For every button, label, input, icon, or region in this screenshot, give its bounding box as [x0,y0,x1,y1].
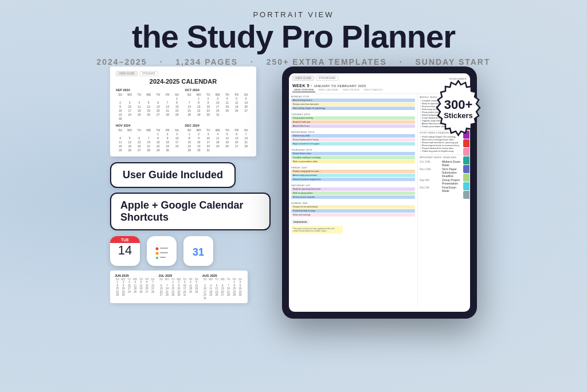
reminders-icon [147,236,177,266]
stickers-number: 300+ [444,98,473,112]
brainstorm-sticky: This week is busy but stay organized wit… [291,226,343,234]
stickers-badge-container: 300+ Stickers [428,78,488,140]
svg-rect-6 [160,257,166,258]
tagline-templates: 250+ EXTRA TEMPLATES [267,57,387,66]
right-tab-teal[interactable] [463,156,469,164]
apple-calendar-icon: TUE 14 [110,236,140,266]
sidebar-task: Outline key points for English essay [420,150,461,152]
day-thursday: THURSDAY 30TH Revise lecture notes Compl… [291,148,415,163]
user-guide-badge: User Guide Included [110,162,236,188]
task-row: Study for upcoming history test [291,187,415,191]
sidebar-task: Read assigned article on economic theory [420,144,461,147]
right-tab-cyan[interactable] [463,182,469,190]
task-row: Group project meeting [291,116,415,120]
svg-rect-5 [160,252,168,253]
mini-calendars-grid: SEP 2024 SUMOTUWETHFRSA 1 2345678 910111… [116,88,251,152]
nav-week-overview[interactable]: WEEK OVERVIEW [292,88,315,92]
page-container: PORTRAIT VIEW the Study Pro Planner 2024… [0,0,587,392]
google-calendar-icon: 31 [183,236,213,266]
svg-point-1 [156,247,159,250]
task-row: Attend office hours [291,124,415,128]
task-row: Study for math quiz [291,120,415,124]
calendar-shortcuts-badge: Apple + Google Calendar Shortcuts [110,193,271,230]
nav-week-calendar[interactable]: WEEK CALENDAR [316,88,340,92]
task-row: Revise lecture notes [291,152,415,155]
task-row: Start reading chapter for psychology [291,107,415,110]
day-saturday: SATURDAY 1ST Study for upcoming history … [291,184,415,199]
tagline-year: 2024–2025 [96,57,147,66]
main-title: the Study Pro Planner [0,20,587,54]
brainstorm-label: brainstorm [291,219,310,225]
task-row: Review course materials [291,195,415,199]
reminders-svg [152,242,171,260]
task-row: Review notes from last week [291,103,415,106]
tab-stickboard[interactable]: STICKBOARD [316,76,338,81]
mini-cal-dec: DEC 2024 SUMOTUWETHFRSA 1234567 89101112… [185,124,251,152]
task-row: Finish final draft of essay [291,209,415,213]
portrait-view-label: PORTRAIT VIEW [0,10,587,19]
tab-stickers[interactable]: STICKERS [139,71,158,76]
calendar-page: USER GUIDE STICKERS 2024-2025 CALENDAR S… [110,66,256,156]
calendar-page-title: 2024-2025 CALENDAR [116,78,251,85]
imp-date-row: Dec 5th Final Exam Week [420,186,461,193]
day-wednesday: WEDNESDAY 29TH Submit essay draft Review… [291,131,415,146]
page-tabs-row: USER GUIDE STICKERS [116,71,251,76]
tagline-start: SUNDAY START [415,57,490,66]
small-cal-grid: JUN 2025 SUMOTUWETHFRSA 1234567 89101112… [115,274,243,300]
day-sunday: SUNDAY 2ND Prepare for the week ahead Fi… [291,202,415,217]
stickers-label: Stickers [444,112,473,120]
sc-jun: JUN 2025 SUMOTUWETHFRSA 1234567 89101112… [115,274,155,300]
tagline-dot-3: · [400,57,403,66]
task-row: Submit essay draft [291,134,415,138]
tagline-pages: 1,234 PAGES [175,57,238,66]
tagline-dot-2: · [251,57,254,66]
task-row: Relax and recharge [291,213,415,217]
small-year-cal: JUN 2025 SUMOTUWETHFRSA 1234567 89101112… [110,271,248,303]
right-tab-indigo[interactable] [463,165,469,173]
calendar-icons-row: TUE 14 [110,236,213,266]
sidebar-task: Review math formulas for upcoming quiz [420,141,461,144]
tab-user-guide-tablet[interactable]: USER GUIDE [292,76,314,81]
left-column: USER GUIDE STICKERS 2024-2025 CALENDAR S… [110,66,271,303]
sc-jul: JUL 2025 SUMOTUWETHFRSA 12345 6789101112… [158,274,199,300]
task-row: Finalize study guide for exam ✨ [291,170,415,173]
important-dates-title: IMPORTANT DATES / DEADLINES [420,156,461,159]
day-monday: MONDAY 27TH Attend biology lecture Revie… [291,95,415,110]
day-friday: FRIDAY 31ST Finalize study guide for exa… [291,166,415,181]
apple-cal-date: 14 [118,244,132,257]
mini-cal-sep: SEP 2024 SUMOTUWETHFRSA 1 2345678 910111… [116,88,182,120]
task-row: Begin research for term paper [291,142,415,146]
task-row: Work on group project [291,191,415,195]
tab-user-guide[interactable]: USER GUIDE [116,71,138,76]
task-row: Submit homework assignments [291,178,415,181]
tagline-dot-1: · [159,57,163,66]
day-tuesday: TUESDAY 28TH Group project meeting Study… [291,113,415,128]
svg-point-2 [156,252,159,254]
nav-week-review[interactable]: WEEK REVIEW [341,88,361,92]
right-tab-pink[interactable] [463,148,469,156]
task-row: Review flashcards for history [291,138,415,142]
svg-text:31: 31 [193,246,204,258]
right-tab-red[interactable] [463,139,469,147]
right-tab-lime[interactable] [463,174,469,182]
mini-cal-nov: NOV 2024 SUMOTUWETHFRSA 123 45678910 111… [116,124,182,152]
task-row: Attend biology lecture [291,99,415,102]
planner-tabs: USER GUIDE STICKBOARD [292,76,338,81]
apple-cal-day: TUE [110,236,140,243]
header: PORTRAIT VIEW the Study Pro Planner 2024… [0,0,587,66]
nav-week-finances[interactable]: WEEK FINANCES [362,88,385,92]
mini-cal-oct: OCT 2024 SUMOTUWETHFRSA 123456 789101112… [185,88,251,120]
task-row: Prepare for the week ahead [291,205,415,209]
imp-date-row: Oct 10th Midterm Exam Week [420,160,461,167]
tagline: 2024–2025 · 1,234 PAGES · 250+ EXTRA TEM… [0,57,587,66]
task-row: Complete reading for sociology [291,156,415,159]
task-row: Work on presentation slides [291,160,415,163]
right-tab-gray[interactable] [463,191,469,199]
sc-aug: AUG 2025 SUMOTUWETHFRSA 12 3456789 10111… [202,274,243,300]
content-area: USER GUIDE STICKERS 2024-2025 CALENDAR S… [0,66,587,392]
task-row: Attend study group session [291,174,415,177]
svg-rect-4 [160,248,168,249]
planner-days: MONDAY 27TH Attend biology lecture Revie… [289,94,417,308]
tablet-container: 300+ Stickers USER GUIDE STICKBOARD STUD… [282,66,477,319]
svg-point-3 [156,257,158,259]
